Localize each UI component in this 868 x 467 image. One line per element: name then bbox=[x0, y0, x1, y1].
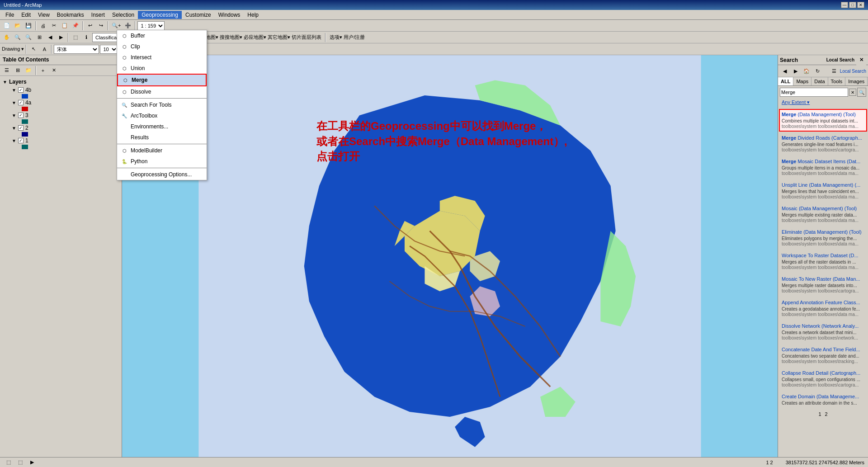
checkbox-1[interactable]: ✓ bbox=[18, 138, 24, 143]
result-mosaic-new-raster[interactable]: Mosaic To New Raster (Data Man... Merges… bbox=[779, 274, 867, 296]
dropdown-search-tools[interactable]: 🔍 Search For Tools bbox=[117, 99, 207, 110]
dropdown-modelbuilder[interactable]: ⬡ ModelBuilder bbox=[117, 145, 207, 156]
layer-2[interactable]: ▼ ✓ 2 bbox=[11, 124, 120, 132]
result-eliminate[interactable]: Eliminate (Data Management) (Tool) Elimi… bbox=[779, 226, 867, 249]
search-back-button[interactable]: ◀ bbox=[780, 66, 790, 76]
result-append-annotation[interactable]: Append Annotation Feature Class... Creat… bbox=[779, 297, 867, 320]
result-concatenate-date[interactable]: Concatenate Date And Time Field... Conca… bbox=[779, 344, 867, 367]
result-collapse-road[interactable]: Collapse Road Detail (Cartograph... Coll… bbox=[779, 368, 867, 390]
scale-select[interactable]: 1 : 159 bbox=[137, 21, 165, 30]
font-select[interactable]: 宋体 bbox=[54, 45, 99, 54]
toc-remove-layer[interactable]: ✕ bbox=[49, 66, 59, 75]
search-refresh-button[interactable]: ↻ bbox=[812, 66, 822, 76]
layer-4b[interactable]: ▼ ✓ 4b bbox=[11, 86, 120, 94]
tab-data[interactable]: Data bbox=[811, 77, 828, 85]
dropdown-buffer[interactable]: ⬡ Buffer bbox=[117, 30, 207, 41]
paste-button[interactable]: 📌 bbox=[71, 21, 80, 31]
layer-1[interactable]: ▼ ✓ 1 bbox=[11, 137, 120, 145]
checkbox-3[interactable]: ✓ bbox=[18, 113, 24, 118]
cut-button[interactable]: ✂ bbox=[49, 21, 59, 31]
result-workspace-raster[interactable]: Workspace To Raster Dataset (D... Merges… bbox=[779, 250, 867, 273]
dropdown-intersect[interactable]: ⬡ Intersect bbox=[117, 52, 207, 63]
toc-list-view[interactable]: ☰ bbox=[2, 66, 12, 75]
local-search-link[interactable]: Local Search bbox=[840, 69, 866, 74]
zoom-out-button[interactable]: 🔍 bbox=[24, 33, 33, 42]
menu-help[interactable]: Help bbox=[244, 11, 262, 19]
open-button[interactable]: 📂 bbox=[13, 21, 23, 31]
undo-button[interactable]: ↩ bbox=[85, 21, 95, 31]
minimize-button[interactable]: — bbox=[841, 2, 848, 8]
result-mosaic[interactable]: Mosaic (Data Management) (Tool) Merges m… bbox=[779, 203, 867, 226]
text-tool-button[interactable]: A bbox=[39, 44, 49, 54]
search-extent[interactable]: Any Extent ▾ bbox=[780, 99, 866, 106]
toc-layers-root[interactable]: ▼ Layers bbox=[2, 78, 120, 86]
search-clear-button[interactable]: ✕ bbox=[849, 89, 856, 96]
result-unsplit-line[interactable]: Unsplit Line (Data Management) (... Merg… bbox=[779, 179, 867, 202]
menu-edit[interactable]: Edit bbox=[18, 11, 34, 19]
menu-geoprocessing[interactable]: Geoprocessing bbox=[138, 11, 182, 19]
result-dissolve-network[interactable]: Dissolve Network (Network Analy... Creat… bbox=[779, 321, 867, 343]
pan-button[interactable]: ✋ bbox=[2, 33, 12, 42]
fwd-extent-button[interactable]: ▶ bbox=[56, 33, 66, 42]
menu-view[interactable]: View bbox=[34, 11, 53, 19]
menu-selection[interactable]: Selection bbox=[108, 11, 138, 19]
dropdown-arctoolbox[interactable]: 🔧 ArcToolbox bbox=[117, 110, 207, 121]
tab-tools[interactable]: Tools bbox=[828, 77, 846, 85]
menu-customize[interactable]: Customize bbox=[182, 11, 215, 19]
dropdown-results[interactable]: Results bbox=[117, 132, 207, 143]
result-merge-data-management[interactable]: Merge (Data Management) (Tool) Combines … bbox=[779, 109, 867, 132]
result-create-domain[interactable]: Create Domain (Data Manageme... Creates … bbox=[779, 391, 867, 409]
menu-windows[interactable]: Windows bbox=[215, 11, 244, 19]
print-button[interactable]: 🖨 bbox=[38, 21, 48, 31]
checkbox-2[interactable]: ✓ bbox=[18, 125, 24, 131]
search-options-button[interactable]: ☰ bbox=[829, 66, 839, 76]
identify-button[interactable]: ℹ bbox=[81, 33, 91, 42]
checkbox-4b[interactable]: ✓ bbox=[18, 87, 24, 93]
dropdown-merge[interactable]: ⬡ Merge bbox=[117, 74, 207, 86]
maximize-button[interactable]: □ bbox=[849, 2, 856, 8]
zoom-in-map-button[interactable]: 🔍 bbox=[13, 33, 23, 42]
layer-3[interactable]: ▼ ✓ 3 bbox=[11, 111, 120, 119]
toc-add-group[interactable]: + bbox=[38, 66, 48, 75]
page-1[interactable]: 1 bbox=[818, 411, 821, 417]
layer-4a[interactable]: ▼ ✓ 4a bbox=[11, 99, 120, 107]
dropdown-clip[interactable]: ⬡ Clip bbox=[117, 41, 207, 52]
back-extent-button[interactable]: ◀ bbox=[45, 33, 55, 42]
search-home-button[interactable]: 🏠 bbox=[802, 66, 811, 76]
tab-maps[interactable]: Maps bbox=[793, 77, 811, 85]
status-pan-button[interactable]: ⬚ bbox=[4, 458, 14, 467]
dropdown-dissolve[interactable]: ⬡ Dissolve bbox=[117, 86, 207, 97]
new-button[interactable]: 📄 bbox=[2, 21, 12, 31]
dropdown-union[interactable]: ⬡ Union bbox=[117, 63, 207, 74]
result-merge-mosaic[interactable]: Merge Mosaic Dataset Items (Dat... Group… bbox=[779, 156, 867, 179]
dropdown-environments[interactable]: Environments... bbox=[117, 121, 207, 132]
copy-button[interactable]: 📋 bbox=[60, 21, 70, 31]
menu-file[interactable]: File bbox=[2, 11, 18, 19]
menu-bookmarks[interactable]: Bookmarks bbox=[53, 11, 88, 19]
toc-source-view[interactable]: 📁 bbox=[24, 66, 33, 75]
checkbox-4a[interactable]: ✓ bbox=[18, 100, 24, 105]
result-merge-divided-roads[interactable]: Merge Divided Roads (Cartograph... Gener… bbox=[779, 132, 867, 155]
full-extent-button[interactable]: ⊞ bbox=[34, 33, 44, 42]
select-element-button[interactable]: ↖ bbox=[28, 44, 38, 54]
status-zoom-button[interactable]: ⬚ bbox=[15, 458, 25, 467]
zoom-in-button[interactable]: 🔍+ bbox=[110, 21, 122, 31]
tab-all[interactable]: ALL bbox=[778, 77, 793, 85]
page-2[interactable]: 2 bbox=[825, 411, 828, 417]
save-button[interactable]: 💾 bbox=[24, 21, 33, 31]
search-go-button[interactable]: 🔍 bbox=[857, 88, 866, 97]
close-button[interactable]: ✕ bbox=[857, 2, 864, 8]
dropdown-geoprocessing-options[interactable]: Geoprocessing Options... bbox=[117, 169, 207, 180]
redo-button[interactable]: ↪ bbox=[96, 21, 106, 31]
add-data-button[interactable]: ➕ bbox=[123, 21, 133, 31]
search-input[interactable] bbox=[780, 88, 848, 97]
status-play-button[interactable]: ▶ bbox=[27, 458, 37, 467]
search-close-button[interactable]: ✕ bbox=[856, 55, 866, 65]
map-area[interactable]: 在工具栏的Geoprocessing中可以找到Merge， 或者在Search中… bbox=[122, 55, 778, 457]
tab-images[interactable]: Images bbox=[845, 77, 868, 85]
font-size-select[interactable]: 10 bbox=[100, 45, 118, 54]
select-features-button[interactable]: ⬚ bbox=[71, 33, 80, 42]
dropdown-python[interactable]: 🐍 Python bbox=[117, 156, 207, 167]
toc-drawing-order[interactable]: ⊞ bbox=[13, 66, 23, 75]
search-fwd-button[interactable]: ▶ bbox=[791, 66, 801, 76]
